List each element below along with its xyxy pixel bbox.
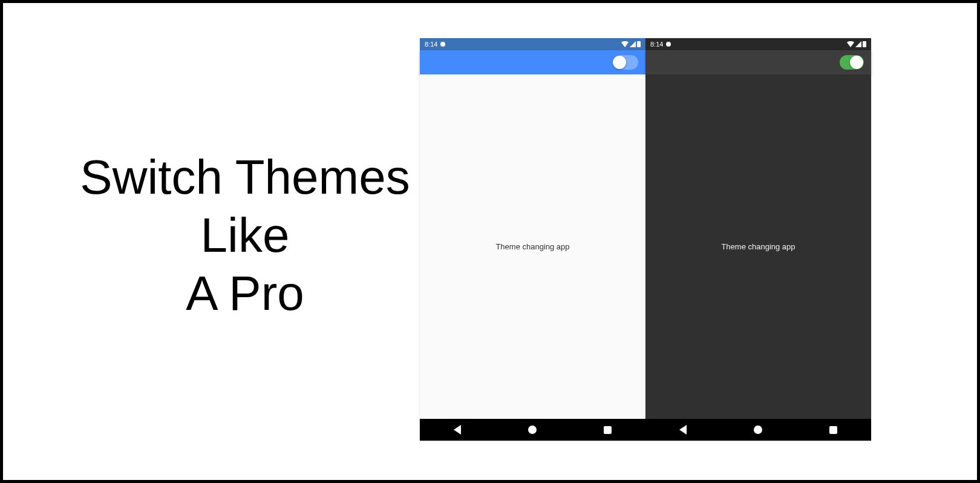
app-body-light: Theme changing app xyxy=(420,74,645,419)
app-body-dark: Theme changing app xyxy=(645,74,871,419)
back-icon xyxy=(679,425,687,435)
app-body-text: Theme changing app xyxy=(721,242,795,251)
home-icon xyxy=(754,426,762,434)
phone-light-theme: 8:14 Theme changing app xyxy=(420,38,645,441)
app-bar-light xyxy=(420,50,645,74)
phone-dark-theme: 8:14 Theme changing app xyxy=(645,38,871,441)
nav-home-button[interactable] xyxy=(754,426,762,434)
nav-recent-button[interactable] xyxy=(604,426,612,434)
app-bar-dark xyxy=(645,50,871,74)
toggle-knob xyxy=(850,56,863,69)
headline: Switch Themes Like A Pro xyxy=(64,148,426,323)
status-time: 8:14 xyxy=(650,41,663,48)
nav-back-button[interactable] xyxy=(679,425,687,435)
theme-toggle-switch[interactable] xyxy=(840,55,864,70)
headline-line-2: Like xyxy=(64,206,426,264)
nav-home-button[interactable] xyxy=(528,426,537,434)
debug-icon xyxy=(666,42,671,47)
theme-toggle-switch[interactable] xyxy=(614,55,638,70)
signal-icon xyxy=(855,41,861,47)
wifi-icon xyxy=(621,41,629,47)
back-icon xyxy=(454,425,461,435)
app-body-text: Theme changing app xyxy=(495,242,569,251)
status-bar-left: 8:14 xyxy=(650,41,671,48)
phone-screenshots-container: 8:14 Theme changing app xyxy=(420,38,871,441)
status-bar-right xyxy=(621,41,641,47)
recent-icon xyxy=(604,426,612,434)
battery-icon xyxy=(637,41,641,47)
status-bar-dark: 8:14 xyxy=(645,38,871,50)
navigation-bar xyxy=(420,419,645,441)
nav-back-button[interactable] xyxy=(454,425,461,435)
battery-icon xyxy=(863,41,866,47)
navigation-bar xyxy=(645,419,871,441)
headline-line-1: Switch Themes xyxy=(64,148,426,206)
status-bar-left: 8:14 xyxy=(425,41,445,48)
status-bar-right xyxy=(847,41,866,47)
status-bar-light: 8:14 xyxy=(420,38,645,50)
wifi-icon xyxy=(847,41,854,47)
recent-icon xyxy=(829,426,837,434)
image-frame: Switch Themes Like A Pro 8:14 xyxy=(0,0,980,483)
nav-recent-button[interactable] xyxy=(829,426,837,434)
headline-line-3: A Pro xyxy=(64,264,426,323)
status-time: 8:14 xyxy=(425,41,437,48)
toggle-knob xyxy=(613,56,626,69)
debug-icon xyxy=(440,42,445,47)
home-icon xyxy=(528,426,537,434)
signal-icon xyxy=(630,41,636,47)
